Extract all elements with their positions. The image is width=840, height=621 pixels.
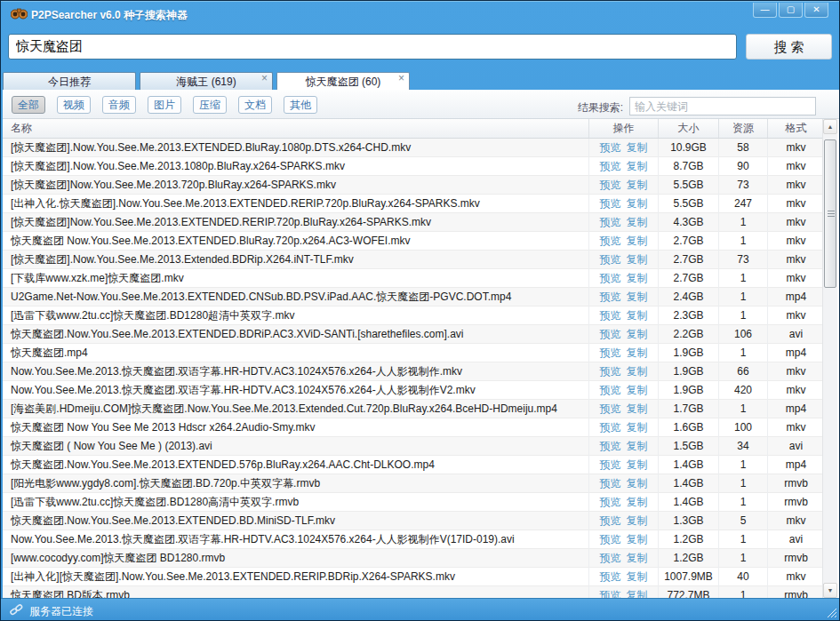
vertical-scrollbar[interactable]: ▲ ▼ <box>822 119 837 598</box>
table-row[interactable]: 惊天魔盗团.Now.You.See.Me.2013.EXTENDED.576p.… <box>3 456 824 474</box>
copy-link[interactable]: 复制 <box>627 570 648 583</box>
preview-link[interactable]: 预览 <box>600 346 621 359</box>
table-row[interactable]: [惊天魔盗团]Now.You.See.Me.2013.EXTENDED.RERI… <box>3 213 824 232</box>
preview-link[interactable]: 预览 <box>600 496 621 508</box>
preview-link[interactable]: 预览 <box>600 402 621 415</box>
column-header-format[interactable]: 格式 <box>767 119 824 138</box>
preview-link[interactable]: 预览 <box>600 328 621 340</box>
table-row[interactable]: Now.You.See.Me.2013.惊天魔盗团.双语字幕.HR-HDTV.A… <box>3 362 824 381</box>
preview-link[interactable]: 预览 <box>600 197 621 210</box>
maximize-button[interactable]: ▢ <box>779 3 803 18</box>
table-row[interactable]: 惊天魔盗团 Now You See Me 2013 Hdscr x264.2Au… <box>3 418 824 437</box>
column-header-seeds[interactable]: 资源 <box>718 119 767 138</box>
preview-link[interactable]: 预览 <box>600 272 621 284</box>
copy-link[interactable]: 复制 <box>627 291 648 303</box>
scroll-up-icon[interactable]: ▲ <box>823 119 837 134</box>
filter-button-4[interactable]: 压缩 <box>193 96 227 114</box>
column-header-size[interactable]: 大小 <box>658 119 718 138</box>
table-row[interactable]: 惊天魔盗团 ( Now You See Me ) (2013).avi预览复制1… <box>3 437 824 456</box>
preview-link[interactable]: 预览 <box>600 253 621 266</box>
close-button[interactable]: ✕ <box>804 3 828 18</box>
copy-link[interactable]: 复制 <box>627 533 648 545</box>
preview-link[interactable]: 预览 <box>600 309 621 322</box>
copy-link[interactable]: 复制 <box>627 440 648 452</box>
table-row[interactable]: [出神入化][惊天魔盗团].Now.You.See.Me.2013.EXTEND… <box>3 568 824 586</box>
table-row[interactable]: [惊天魔盗团].Now.You.See.Me.2013.Extended.BDR… <box>3 251 824 269</box>
table-row[interactable]: [惊天魔盗团].Now.You.See.Me.2013.EXTENDED.Blu… <box>3 139 824 157</box>
tab-1[interactable]: 海贼王 (619)× <box>140 72 273 91</box>
preview-link[interactable]: 预览 <box>600 179 621 191</box>
copy-link[interactable]: 复制 <box>627 365 648 378</box>
copy-link[interactable]: 复制 <box>627 197 648 210</box>
table-row[interactable]: Now.You.See.Me.2013.惊天魔盗团.双语字幕.HR-HDTV.A… <box>3 381 824 400</box>
search-input[interactable] <box>8 34 737 60</box>
copy-link[interactable]: 复制 <box>627 235 648 247</box>
preview-link[interactable]: 预览 <box>600 458 621 471</box>
filter-button-2[interactable]: 音频 <box>102 96 136 114</box>
table-row[interactable]: [惊天魔盗团].Now.You.See.Me.2013.1080p.BluRay… <box>3 157 824 176</box>
copy-link[interactable]: 复制 <box>627 141 648 154</box>
table-row[interactable]: [惊天魔盗团]Now.You.See.Me.2013.720p.BluRay.x… <box>3 176 824 195</box>
table-row[interactable]: 惊天魔盗团.Now.You.See.Me.2013.EXTENDED.BDRiP… <box>3 325 824 344</box>
filter-button-0[interactable]: 全部 <box>12 96 45 114</box>
preview-link[interactable]: 预览 <box>600 477 621 490</box>
preview-link[interactable]: 预览 <box>600 235 621 247</box>
copy-link[interactable]: 复制 <box>627 552 648 564</box>
copy-link[interactable]: 复制 <box>627 309 648 322</box>
scrollbar-thumb[interactable] <box>824 139 836 288</box>
preview-link[interactable]: 预览 <box>600 160 621 172</box>
filter-button-6[interactable]: 其他 <box>284 96 317 114</box>
preview-link[interactable]: 预览 <box>600 291 621 303</box>
copy-link[interactable]: 复制 <box>627 458 648 471</box>
table-row[interactable]: [迅雷下载www.2tu.cc]惊天魔盗团.BD1280高清中英双字.rmvb预… <box>3 493 824 512</box>
search-button[interactable]: 搜 索 <box>746 34 832 60</box>
table-row[interactable]: 惊天魔盗团.Now.You.See.Me.2013.EXTENDED.BD.Mi… <box>3 512 824 530</box>
column-header-name[interactable]: 名称 <box>3 119 588 138</box>
copy-link[interactable]: 复制 <box>627 346 648 359</box>
table-row[interactable]: 惊天魔盗团 Now.You.See.Me.2013.EXTENDED.BluRa… <box>3 232 824 251</box>
preview-link[interactable]: 预览 <box>600 589 621 598</box>
table-row[interactable]: [出神入化.惊天魔盗团].Now.You.See.Me.2013.EXTENDE… <box>3 195 824 213</box>
table-row[interactable]: [迅雷下载www.2tu.cc]惊天魔盗团.BD1280超清中英双字.mkv预览… <box>3 307 824 325</box>
tab-close-icon[interactable]: × <box>398 72 404 84</box>
column-header-action[interactable]: 操作 <box>588 119 658 138</box>
copy-link[interactable]: 复制 <box>627 477 648 490</box>
copy-link[interactable]: 复制 <box>627 384 648 396</box>
copy-link[interactable]: 复制 <box>627 328 648 340</box>
scroll-down-icon[interactable]: ▼ <box>823 583 837 598</box>
resize-grip[interactable] <box>826 607 836 617</box>
copy-link[interactable]: 复制 <box>627 216 648 228</box>
copy-link[interactable]: 复制 <box>627 496 648 508</box>
tab-2[interactable]: 惊天魔盗团 (60)× <box>276 72 410 91</box>
copy-link[interactable]: 复制 <box>627 253 648 266</box>
copy-link[interactable]: 复制 <box>627 514 648 527</box>
copy-link[interactable]: 复制 <box>627 272 648 284</box>
table-row[interactable]: [www.cocodyy.com]惊天魔盗团 BD1280.rmvb预览复制1.… <box>3 549 824 568</box>
table-row[interactable]: 惊天魔盗团.mp4预览复制1.9GB1mp4 <box>3 344 824 362</box>
preview-link[interactable]: 预览 <box>600 384 621 396</box>
tab-0[interactable]: 今日推荐 <box>3 72 136 91</box>
filter-button-5[interactable]: 文档 <box>238 96 272 114</box>
preview-link[interactable]: 预览 <box>600 570 621 583</box>
preview-link[interactable]: 预览 <box>600 552 621 564</box>
preview-link[interactable]: 预览 <box>600 421 621 434</box>
preview-link[interactable]: 预览 <box>600 533 621 545</box>
result-search-input[interactable] <box>629 97 816 115</box>
copy-link[interactable]: 复制 <box>627 179 648 191</box>
preview-link[interactable]: 预览 <box>600 141 621 154</box>
table-row[interactable]: [下载库www.xzk.me]惊天魔盗团.mkv预览复制2.7GB1mkv <box>3 269 824 288</box>
table-row[interactable]: Now.You.See.Me.2013.惊天魔盗团.双语字幕.HR-HDTV.A… <box>3 530 824 549</box>
table-row[interactable]: [海盗美剧.HDmeiju.COM]惊天魔盗团.Now.You.See.Me.2… <box>3 400 824 418</box>
copy-link[interactable]: 复制 <box>627 160 648 172</box>
tab-close-icon[interactable]: × <box>261 72 268 84</box>
preview-link[interactable]: 预览 <box>600 365 621 378</box>
filter-button-3[interactable]: 图片 <box>148 96 181 114</box>
preview-link[interactable]: 预览 <box>600 216 621 228</box>
preview-link[interactable]: 预览 <box>600 440 621 452</box>
table-row[interactable]: U2Game.Net-Now.You.See.Me.2013.EXTENDED.… <box>3 288 824 307</box>
table-row[interactable]: 惊天魔盗团 BD版本.rmvb预览复制772.7MB1rmvb <box>3 586 824 598</box>
copy-link[interactable]: 复制 <box>627 421 648 434</box>
preview-link[interactable]: 预览 <box>600 514 621 527</box>
copy-link[interactable]: 复制 <box>627 402 648 415</box>
copy-link[interactable]: 复制 <box>627 589 648 598</box>
